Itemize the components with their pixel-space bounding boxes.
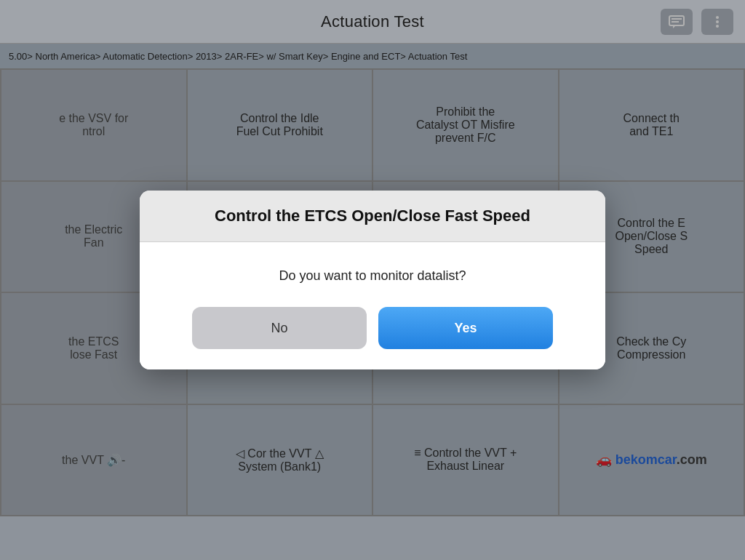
- modal-title: Control the ETCS Open/Close Fast Speed: [160, 207, 585, 225]
- modal-header: Control the ETCS Open/Close Fast Speed: [140, 191, 605, 242]
- modal-question: Do you want to monitor datalist?: [160, 268, 585, 284]
- yes-button[interactable]: Yes: [378, 307, 553, 349]
- background-page: Actuation Test 5.00> North America>: [0, 0, 745, 560]
- modal-body: Do you want to monitor datalist? No Yes: [140, 242, 605, 369]
- modal-overlay: Control the ETCS Open/Close Fast Speed D…: [0, 0, 745, 560]
- dialog: Control the ETCS Open/Close Fast Speed D…: [140, 191, 605, 369]
- no-button[interactable]: No: [192, 307, 367, 349]
- modal-buttons: No Yes: [160, 307, 585, 349]
